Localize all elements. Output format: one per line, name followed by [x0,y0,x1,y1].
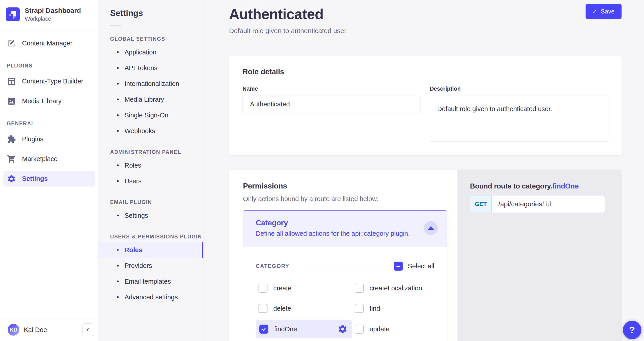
bullet-icon [117,51,119,53]
select-all-label: Select all [408,262,434,270]
checkbox-delete[interactable] [258,304,268,313]
action-settings-button[interactable] [338,324,348,334]
role-details-title: Role details [242,68,608,76]
subnav-item-label: Application [124,49,156,56]
subnav-item-label: Email templates [124,278,171,285]
sidebar-footer: KD Kai Doe [0,319,98,341]
save-button[interactable]: ✓ Save [586,4,622,19]
subnav-item-media-library[interactable]: Media Library [98,92,203,107]
select-all-checkbox-indeterminate[interactable] [394,262,403,271]
bullet-icon [117,164,119,166]
bound-route-title-action: .findOne [550,182,579,190]
permissions-title: Permissions [243,182,447,190]
subnav-item-webhooks[interactable]: Webhooks [98,123,203,139]
checkbox-find[interactable] [355,304,364,313]
page-title: Authenticated [229,6,622,23]
bullet-icon [117,99,119,100]
sidebar-menu: Content Manager PLUGINS Content-Type Bui… [0,30,98,319]
name-input[interactable] [242,96,421,113]
sidebar-item-media-library[interactable]: Media Library [0,91,98,111]
category-accordion-description: Define all allowed actions for the api::… [256,230,410,237]
bullet-icon [117,249,119,251]
subnav-item-label: Roles [124,246,142,254]
sidebar-item-label: Settings [22,175,48,182]
collapse-sidebar-button[interactable] [82,323,93,336]
subnav-item-up-roles[interactable]: Roles [98,242,203,258]
workspace-brand[interactable]: Strapi Dashboard Workplace [0,0,98,30]
action-createLocalization: createLocalization [352,280,447,297]
subnav-item-label: Single Sign-On [124,112,168,119]
route-path-input[interactable]: /api/categories/:id [492,195,605,213]
subnav-item-admin-roles[interactable]: Roles [98,157,203,173]
question-mark-icon: ? [629,324,635,335]
checkbox-create[interactable] [258,284,268,293]
checkbox-findOne-checked[interactable] [260,324,268,333]
name-label: Name [242,86,421,92]
subnav-item-single-sign-on[interactable]: Single Sign-On [98,107,203,123]
action-create: create [256,280,352,297]
sidebar-item-marketplace[interactable]: Marketplace [0,149,98,169]
checkbox-update[interactable] [355,324,364,333]
sidebar-section-general: GENERAL [0,111,98,129]
category-accordion-title: Category [256,219,410,227]
subnav-item-label: Users [124,177,142,185]
bullet-icon [117,296,119,298]
sidebar-item-plugins[interactable]: Plugins [0,129,98,149]
divider [296,266,387,266]
checkbox-createLocalization[interactable] [355,284,364,293]
subnav-item-email-settings[interactable]: Settings [98,208,203,223]
category-accordion-body: CATEGORY Select all [243,247,447,341]
strapi-logo-icon [6,8,20,21]
subnav-item-label: Advanced settings [124,293,178,301]
bound-route-panel: Bound route to category.findOne GET /api… [458,170,622,341]
category-accordion-text: Category Define all allowed actions for … [256,219,410,237]
subnav-item-email-templates[interactable]: Email templates [98,273,203,289]
puzzle-icon [7,135,16,144]
subnav-item-api-tokens[interactable]: API Tokens [98,60,203,76]
subnav-item-advanced-settings[interactable]: Advanced settings [98,289,203,305]
bullet-icon [117,180,119,182]
sidebar-section-plugins: PLUGINS [0,53,98,72]
subnav-item-providers[interactable]: Providers [98,258,203,273]
description-textarea[interactable]: Default role given to authenticated user… [430,96,608,142]
category-accordion-header[interactable]: Category Define all allowed actions for … [243,211,447,247]
gear-icon [338,324,348,334]
user-name: Kai Doe [24,326,78,333]
route-method-badge: GET [470,195,492,213]
bullet-icon [117,67,119,69]
collapse-accordion-button[interactable] [424,221,438,235]
subnav-item-admin-users[interactable]: Users [98,173,203,189]
caret-up-icon [428,226,434,230]
subnav-item-label: Webhooks [124,127,155,135]
route-path-text: /api/categories [498,200,542,208]
sidebar-item-settings[interactable]: Settings [0,169,98,189]
check-icon: ✓ [592,9,597,15]
divider [110,25,121,26]
subnav-item-label: Media Library [124,96,164,103]
select-all-control[interactable]: Select all [394,262,434,271]
role-details-card: Role details Name Description Default ro… [229,56,622,155]
sidebar-item-content-type-builder[interactable]: Content-Type Builder [0,72,98,91]
user-row: KD Kai Doe [0,319,98,341]
subnav-item-internationalization[interactable]: Internationalization [98,76,203,92]
subnav-item-application[interactable]: Application [98,44,203,60]
cart-icon [7,154,16,164]
settings-subnav: Settings GLOBAL SETTINGS Application API… [98,0,204,341]
description-field-group: Description Default role given to authen… [430,86,608,143]
sidebar-item-content-manager[interactable]: Content Manager [0,34,98,53]
avatar: KD [8,324,19,335]
page-header: Authenticated ✓ Save Default role given … [229,0,622,35]
page-subtitle: Default role given to authenticated user… [229,27,622,35]
category-group-label: CATEGORY [256,263,289,269]
subnav-title: Settings [110,9,203,18]
bullet-icon [117,114,119,116]
brand-text: Strapi Dashboard Workplace [25,7,81,22]
subnav-item-label: API Tokens [124,64,157,72]
action-label: find [370,305,380,312]
subnav-item-label: Roles [124,162,141,169]
bullet-icon [117,280,119,282]
subnav-section-users-permissions-plugin: USERS & PERMISSIONS PLUGIN [110,234,203,240]
minus-icon [396,266,400,267]
action-label: update [370,325,390,333]
help-button[interactable]: ? [623,321,641,339]
